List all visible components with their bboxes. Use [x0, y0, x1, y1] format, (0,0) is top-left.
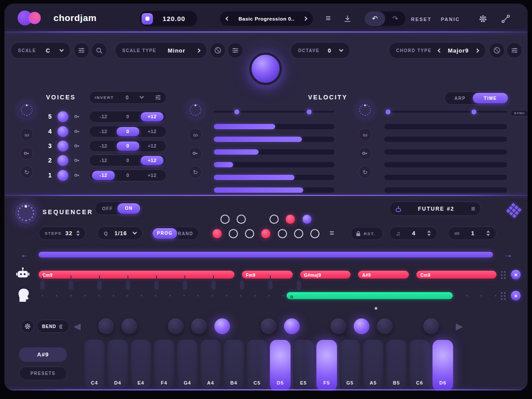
piano-key-C6[interactable]: C6 — [409, 340, 430, 391]
arp-bar[interactable] — [384, 162, 507, 167]
voices-reset-button[interactable]: ↻ — [20, 166, 33, 179]
piano-key-A4[interactable]: A4 — [200, 340, 221, 391]
piano-key-G4[interactable]: G4 — [177, 340, 198, 391]
black-key-F#4[interactable] — [168, 318, 184, 334]
velocity-bar[interactable] — [214, 162, 334, 167]
scale-selector[interactable]: SCALE C — [11, 42, 71, 59]
master-knob[interactable] — [249, 53, 282, 85]
sequencer-preset-selector[interactable]: FUTURE #2 ≡ — [389, 201, 481, 216]
settings-gear-icon[interactable] — [479, 14, 487, 23]
voice-toggle[interactable] — [57, 111, 68, 122]
black-key-G#4[interactable] — [191, 318, 207, 334]
scale-filter-button[interactable] — [74, 42, 89, 58]
chord-track-drag-handle[interactable] — [501, 271, 506, 279]
chevron-right-icon[interactable] — [196, 48, 201, 53]
piano-key-E5[interactable]: E5 — [293, 340, 314, 391]
arp-bar[interactable] — [384, 175, 507, 180]
scroll-right-arrow[interactable]: → — [504, 250, 513, 260]
octave-option[interactable]: +12 — [141, 127, 163, 136]
chevron-left-icon[interactable] — [437, 48, 442, 53]
keyboard-left-arrow[interactable]: ◀ — [74, 321, 81, 332]
octave-option[interactable]: 0 — [117, 112, 139, 121]
voice-octave-segment[interactable]: -120+12 — [89, 126, 167, 138]
presets-button[interactable]: PRESETS — [19, 367, 67, 380]
piano-key-F5[interactable]: F5 — [316, 340, 337, 391]
voice-toggle[interactable] — [57, 126, 68, 137]
prog-rand-toggle[interactable]: PROG RAND — [151, 226, 199, 240]
invert-selector[interactable]: INVERT 0 — [89, 91, 167, 104]
velocity-bar[interactable] — [214, 124, 334, 129]
timeline-zoom-bar[interactable] — [39, 252, 493, 258]
velocity-infinity-button[interactable]: ∞ — [189, 128, 202, 141]
octave-option[interactable]: 0 — [117, 171, 139, 180]
piano-key-D4[interactable]: D4 — [107, 340, 128, 391]
page-indicator-dot[interactable] — [375, 307, 377, 310]
voice-toggle[interactable] — [57, 170, 68, 181]
octave-option[interactable]: +12 — [141, 141, 163, 151]
black-key-C#5[interactable] — [261, 318, 277, 334]
tap-tempo-button[interactable] — [142, 13, 153, 25]
piano-key-E4[interactable]: E4 — [131, 340, 151, 391]
chord-block[interactable]: Cm9 — [416, 271, 497, 279]
scale-type-selector[interactable]: SCALE TYPE Minor — [115, 42, 207, 59]
black-key-D#5[interactable] — [284, 318, 300, 334]
piano-key-B4[interactable]: B4 — [223, 340, 244, 391]
download-icon[interactable] — [344, 15, 351, 23]
arp-lock-key-button[interactable] — [358, 147, 372, 160]
octave-option[interactable]: -12 — [92, 112, 115, 121]
steps-menu-icon[interactable]: ≡ — [330, 229, 334, 238]
redo-button[interactable]: ↷ — [385, 14, 405, 23]
piano-key-A5[interactable]: A5 — [363, 340, 383, 391]
menu-icon[interactable]: ≡ — [326, 13, 331, 23]
arp-range-slider[interactable] — [384, 111, 507, 113]
rate-stepper[interactable]: ♫ 4 — [389, 226, 437, 240]
stepper-icon[interactable] — [427, 230, 431, 236]
piano-key-D5[interactable]: D5 — [270, 340, 291, 391]
velocity-amount-knob[interactable] — [187, 102, 204, 118]
octave-option[interactable]: +12 — [141, 171, 163, 180]
arp-time-toggle[interactable]: ARP TIME — [444, 92, 509, 105]
black-key-G#5[interactable] — [354, 318, 369, 334]
rand-option[interactable]: RAND — [178, 231, 193, 236]
octave-option[interactable]: -12 — [92, 156, 115, 165]
chevron-left-icon[interactable] — [226, 17, 230, 21]
black-key-F#5[interactable] — [330, 318, 346, 334]
preset-name[interactable]: Basic Progression 0.. — [238, 16, 294, 21]
arp-bar[interactable] — [384, 149, 507, 155]
piano-key-G5[interactable]: G5 — [340, 340, 360, 391]
steps-stepper[interactable]: STEPS 32 — [39, 226, 86, 240]
melody-block[interactable]: D — [287, 292, 452, 299]
keyboard-right-arrow[interactable]: ▶ — [456, 321, 463, 332]
arp-bar[interactable] — [384, 137, 507, 142]
on-option[interactable]: ON — [117, 203, 140, 214]
chord-type-selector[interactable]: CHORD TYPE Major9 — [389, 42, 486, 59]
octave-option[interactable]: -12 — [92, 127, 115, 136]
melody-track-clear-button[interactable]: × — [511, 291, 521, 300]
sequencer-knob[interactable] — [14, 201, 38, 225]
panic-button[interactable]: PANIC — [441, 17, 460, 22]
octave-option[interactable]: 0 — [117, 141, 139, 151]
undo-button[interactable]: ↶ — [365, 11, 385, 26]
arp-amount-knob[interactable] — [357, 102, 373, 118]
scroll-left-arrow[interactable]: ← — [20, 250, 29, 260]
chevron-right-icon[interactable] — [303, 17, 308, 21]
velocity-bar[interactable] — [214, 137, 334, 142]
chord-block[interactable]: Cm9 — [39, 271, 234, 279]
black-key-A#4[interactable] — [214, 318, 230, 334]
chord-block[interactable]: Fm9 — [242, 271, 293, 279]
piano-key-C5[interactable]: C5 — [247, 340, 267, 391]
head-icon[interactable] — [18, 288, 30, 302]
arp-bar[interactable] — [384, 187, 507, 193]
arp-option[interactable]: ARP — [454, 96, 466, 101]
piano-key-F4[interactable]: F4 — [154, 340, 174, 391]
bend-settings-button[interactable] — [21, 320, 34, 333]
sync-badge[interactable]: SYNC — [511, 110, 528, 117]
piano-key-C4[interactable]: C4 — [84, 340, 105, 391]
loop-stepper[interactable]: ∞ 1 — [448, 226, 497, 240]
velocity-lock-key-button[interactable] — [189, 147, 202, 160]
reset-button[interactable]: RESET — [411, 17, 432, 22]
current-chord-display[interactable]: A#9 — [19, 347, 67, 362]
voice-octave-segment[interactable]: -120+12 — [89, 140, 167, 152]
melody-track-drag-handle[interactable] — [501, 292, 506, 300]
piano-key-D6[interactable]: D6 — [433, 340, 453, 391]
